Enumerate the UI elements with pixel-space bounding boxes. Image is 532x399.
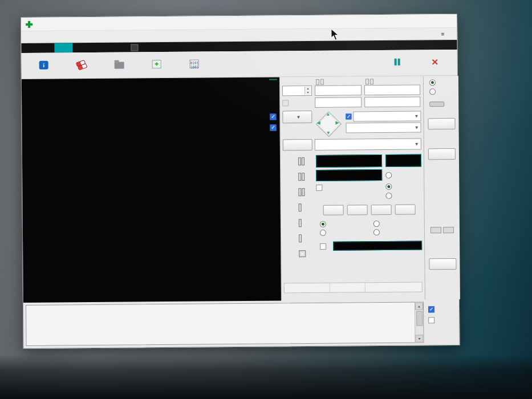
start-cur-button[interactable] [316, 79, 319, 84]
logs-tab-button[interactable] [100, 53, 138, 77]
maximize-button[interactable] [421, 15, 438, 27]
mode-radio-read[interactable] [385, 182, 421, 190]
sound-checkbox[interactable] [428, 306, 434, 312]
toolbar: i + 01011001 ✕ [21, 50, 457, 79]
jump-button[interactable] [371, 205, 391, 215]
ddd-api-option[interactable] [316, 184, 382, 191]
scroll-down-icon[interactable]: ▼ [415, 335, 423, 342]
action-radio-erase[interactable] [373, 220, 422, 227]
end-cur-button[interactable] [366, 79, 369, 84]
folder-icon [114, 62, 124, 68]
minimize-button[interactable] [404, 15, 421, 27]
recall-button[interactable] [428, 148, 455, 160]
start-zero-button[interactable] [320, 79, 324, 84]
counter-160ms [283, 170, 316, 183]
col-comment[interactable] [366, 282, 422, 292]
ddd-checkbox[interactable] [316, 185, 322, 191]
start-lba-input[interactable] [315, 85, 362, 96]
editor-tab-button[interactable]: 01011001 [176, 52, 213, 76]
legend-read[interactable] [267, 113, 276, 120]
grid-checkbox[interactable] [320, 243, 326, 249]
block-size-label [344, 109, 421, 110]
scanned-size-display [316, 154, 382, 168]
hints-option[interactable] [428, 317, 459, 323]
transport-controls [316, 204, 422, 215]
desk-surface [0, 355, 532, 399]
quick-button[interactable] [283, 139, 312, 150]
latency-chip [298, 173, 301, 181]
sound-option[interactable] [428, 306, 459, 312]
action-radio-remap[interactable] [320, 229, 369, 236]
log-options [424, 302, 460, 343]
legend-write[interactable] [267, 124, 276, 131]
col-block[interactable] [330, 283, 366, 292]
small-toggle-1[interactable] [431, 227, 441, 233]
pause-icon [393, 58, 401, 66]
scan-mode-button[interactable]: ▼ [282, 111, 312, 123]
mode-radio-write[interactable] [385, 192, 421, 198]
menu-buffer-view[interactable]: ≡ [441, 30, 446, 37]
hex-editor-icon: 01011001 [190, 59, 199, 68]
latency-chip [302, 157, 304, 165]
action-radio-refresh[interactable] [373, 229, 422, 235]
nav-down-icon[interactable]: ▼ [326, 131, 331, 136]
log-panel: ▲ ▼ [26, 302, 424, 345]
latency-chip [298, 188, 301, 196]
device-model-chip[interactable] [54, 43, 72, 52]
pio-radio[interactable] [429, 88, 438, 95]
nav-left-icon[interactable]: ◀ [316, 120, 320, 125]
radio-icon [429, 88, 436, 95]
scrollbar-thumb[interactable] [416, 311, 423, 325]
log-scrollbar[interactable]: ▲ ▼ [415, 302, 424, 342]
mode-radio-verify[interactable] [385, 169, 421, 180]
right-strip [423, 76, 460, 299]
scroll-up-icon[interactable]: ▲ [415, 302, 423, 310]
step-back-button[interactable] [347, 205, 367, 215]
counter-over [283, 232, 316, 245]
counter-400ms [283, 186, 316, 198]
sleep-button[interactable] [428, 118, 455, 129]
timeout-select[interactable]: ▼ [346, 122, 421, 133]
stop-x-icon: ✕ [431, 58, 438, 66]
pause-button[interactable] [378, 51, 416, 75]
to-end-button[interactable] [395, 205, 415, 215]
end-lba-current [364, 96, 420, 107]
end-lba-input[interactable] [364, 84, 420, 95]
auto-checkbox[interactable] [346, 113, 351, 119]
close-button[interactable] [438, 15, 456, 27]
after-scan-select[interactable]: ▼ [315, 138, 421, 150]
radio-icon [429, 79, 436, 85]
api-radio[interactable] [429, 79, 438, 85]
counter-errors [283, 247, 316, 260]
smart-tab-button[interactable] [63, 54, 100, 78]
end-time-input[interactable]: ▲▼ [282, 85, 312, 96]
spinner-arrows[interactable]: ▲▼ [304, 87, 311, 95]
small-toggle-2[interactable] [443, 227, 454, 233]
test-tab-button[interactable]: + [138, 53, 176, 77]
end-max-button[interactable] [370, 79, 373, 84]
defect-action-radios [316, 220, 422, 235]
hints-checkbox[interactable] [428, 317, 434, 323]
timer-value-input[interactable] [315, 97, 362, 108]
graph-canvas [22, 77, 281, 303]
counter-4800ms [283, 217, 316, 229]
nav-up-icon[interactable]: ▲ [326, 112, 330, 117]
navigation-pad[interactable]: ▲ ▼ ◀ ▶ [314, 111, 342, 137]
block-size-select[interactable]: ▼ [353, 111, 421, 121]
chevron-down-icon: ▼ [296, 115, 300, 120]
action-radio-ignore[interactable] [320, 221, 369, 227]
start-scan-button[interactable] [323, 205, 343, 215]
latency-counters [283, 154, 317, 283]
timer-checkbox[interactable] [282, 100, 289, 106]
chevron-down-icon: ▼ [415, 125, 419, 130]
read-checkbox[interactable] [270, 113, 276, 120]
passport-button[interactable] [429, 258, 456, 270]
write-checkbox[interactable] [270, 124, 276, 131]
elapsed-time-display [333, 241, 422, 250]
stop-button[interactable]: ✕ [416, 51, 453, 75]
col-start-lba[interactable] [285, 283, 330, 293]
info-tab-button[interactable]: i [25, 54, 63, 78]
info-close-icon[interactable] [131, 44, 138, 51]
nav-right-icon[interactable]: ▶ [335, 120, 339, 125]
counter-1600ms [283, 201, 316, 214]
